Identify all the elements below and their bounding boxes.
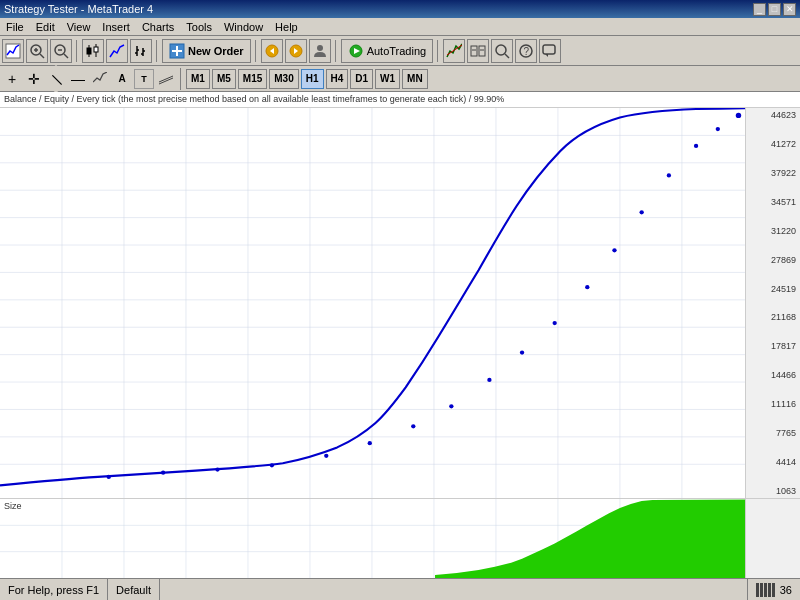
price-27869: 27869 (748, 255, 798, 265)
svg-rect-8 (87, 48, 91, 54)
title-text: Strategy Tester - MetaTrader 4 (4, 3, 153, 15)
tb2-text[interactable]: A (112, 69, 132, 89)
menu-bar: File Edit View Insert Charts Tools Windo… (0, 18, 800, 36)
tb-back[interactable] (261, 39, 283, 63)
right-info: 36 (780, 584, 792, 596)
autotrading-icon (348, 43, 364, 59)
tb2-line[interactable]: | (42, 64, 70, 92)
tb2-label[interactable]: T (134, 69, 154, 89)
autotrading-button[interactable]: AutoTrading (341, 39, 434, 63)
new-chart-icon (5, 43, 21, 59)
price-1063: 1063 (748, 486, 798, 496)
price-34571: 34571 (748, 197, 798, 207)
tb-zoom-out[interactable] (50, 39, 72, 63)
chat-icon (542, 43, 558, 59)
zoom-in-icon (29, 43, 45, 59)
tb-separator4 (335, 40, 337, 62)
tb2-hline[interactable]: — (68, 69, 88, 89)
new-order-icon (169, 43, 185, 59)
tb2-cursor[interactable]: + (2, 69, 22, 89)
status-profile: Default (108, 579, 160, 600)
tb-zoom-in[interactable] (26, 39, 48, 63)
svg-point-72 (411, 424, 415, 428)
tb2-draw[interactable] (90, 69, 110, 89)
svg-point-83 (736, 113, 741, 118)
tb-forward[interactable] (285, 39, 307, 63)
minimize-button[interactable]: _ (753, 3, 766, 16)
price-41272: 41272 (748, 139, 798, 149)
period-mn[interactable]: MN (402, 69, 428, 89)
svg-rect-38 (543, 45, 555, 54)
candlestick-icon (85, 43, 101, 59)
period-m15[interactable]: M15 (238, 69, 267, 89)
tb-separator5 (437, 40, 439, 62)
tb-period-sep[interactable] (467, 39, 489, 63)
toolbar1: New Order AutoTrading (0, 36, 800, 66)
tb-help[interactable]: ? (515, 39, 537, 63)
size-chart-svg (0, 499, 745, 578)
help-text: For Help, press F1 (8, 584, 99, 596)
tb-separator2 (156, 40, 158, 62)
profile-text: Default (116, 584, 151, 596)
menu-window[interactable]: Window (218, 18, 269, 35)
period-h1[interactable]: H1 (301, 69, 324, 89)
svg-point-70 (324, 454, 328, 458)
price-4414: 4414 (748, 457, 798, 467)
svg-point-67 (161, 471, 165, 475)
scrollbar-icon (756, 583, 776, 597)
svg-rect-31 (479, 46, 485, 56)
channels-icon (159, 72, 173, 86)
menu-view[interactable]: View (61, 18, 97, 35)
indicators-icon (446, 43, 462, 59)
period-m30[interactable]: M30 (269, 69, 298, 89)
menu-charts[interactable]: Charts (136, 18, 180, 35)
chart-row: 44623 41272 37922 34571 31220 27869 2451… (0, 108, 800, 498)
svg-point-77 (585, 285, 589, 289)
tb-bar-chart[interactable] (130, 39, 152, 63)
status-right: 36 (747, 579, 800, 600)
svg-rect-97 (756, 583, 759, 597)
svg-rect-101 (772, 583, 775, 597)
svg-point-79 (640, 210, 644, 214)
tb2-channels[interactable] (156, 69, 176, 89)
svg-point-27 (317, 45, 323, 51)
svg-point-66 (107, 475, 111, 479)
price-7765: 7765 (748, 428, 798, 438)
svg-point-74 (487, 378, 491, 382)
tb-zoom[interactable] (491, 39, 513, 63)
tb-line-chart[interactable] (106, 39, 128, 63)
tb-candlestick[interactable] (82, 39, 104, 63)
chart-container: Balance / Equity / Every tick (the most … (0, 92, 800, 578)
new-order-button[interactable]: New Order (162, 39, 251, 63)
tb-chat[interactable] (539, 39, 561, 63)
period-m5[interactable]: M5 (212, 69, 236, 89)
maximize-button[interactable]: □ (768, 3, 781, 16)
status-bar: For Help, press F1 Default 36 (0, 578, 800, 600)
tb-indicators[interactable] (443, 39, 465, 63)
svg-marker-39 (545, 54, 548, 57)
menu-edit[interactable]: Edit (30, 18, 61, 35)
period-h4[interactable]: H4 (326, 69, 349, 89)
period-d1[interactable]: D1 (350, 69, 373, 89)
svg-rect-99 (764, 583, 767, 597)
menu-insert[interactable]: Insert (96, 18, 136, 35)
menu-file[interactable]: File (0, 18, 30, 35)
account-icon (312, 43, 328, 59)
svg-rect-100 (768, 583, 771, 597)
tb-new-chart[interactable] (2, 39, 24, 63)
tb-separator3 (255, 40, 257, 62)
period-w1[interactable]: W1 (375, 69, 400, 89)
price-11116: 11116 (748, 399, 798, 409)
autotrading-label: AutoTrading (367, 45, 427, 57)
menu-help[interactable]: Help (269, 18, 304, 35)
svg-point-78 (612, 248, 616, 252)
tb-account[interactable] (309, 39, 331, 63)
svg-point-81 (694, 144, 698, 148)
chart-main[interactable] (0, 108, 745, 498)
svg-point-76 (552, 321, 556, 325)
period-m1[interactable]: M1 (186, 69, 210, 89)
menu-tools[interactable]: Tools (180, 18, 218, 35)
new-order-label: New Order (188, 45, 244, 57)
close-button[interactable]: ✕ (783, 3, 796, 16)
tb-separator1 (76, 40, 78, 62)
